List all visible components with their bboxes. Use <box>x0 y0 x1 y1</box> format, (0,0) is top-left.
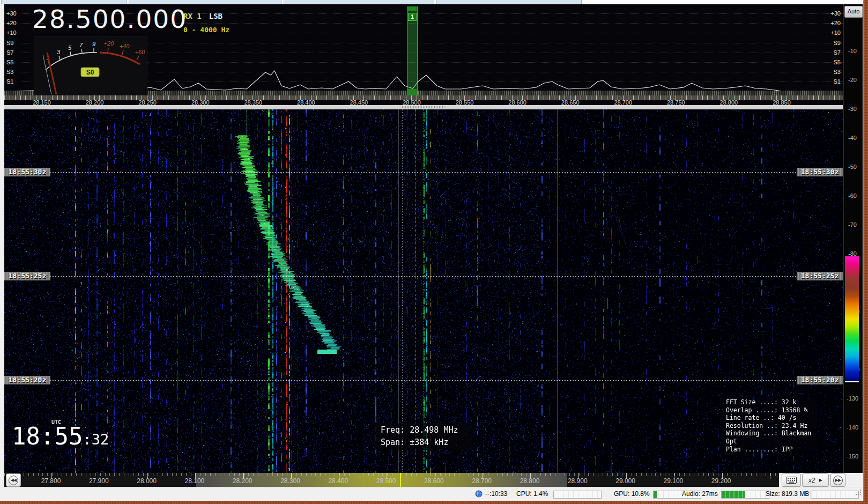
ruler-freq-label: 28.400 <box>320 477 357 485</box>
db-scale-label: -50 <box>843 164 862 170</box>
s-meter-scale-60: +60 <box>135 49 146 55</box>
double-right-arrow-icon: ▶▶ <box>833 476 843 485</box>
db-scale-label: -70 <box>843 221 862 228</box>
spectrum-freq-label: 28.650 <box>554 99 587 105</box>
spectrum-panel[interactable]: 28.500.000 RX 1LSB 0 - 4000 Hz +30+20+10… <box>4 4 843 105</box>
ruler-freq-label: 28.000 <box>128 477 166 485</box>
ruler-freq-label: 28.800 <box>511 477 548 485</box>
keyboard-icon <box>786 477 797 484</box>
db-scale-label: -150 <box>843 453 862 459</box>
ruler-freq-label: 28.700 <box>463 477 501 485</box>
db-scale-label: -20 <box>843 77 862 83</box>
s-meter-scale-3: 3 <box>57 49 61 55</box>
desktop: 1 .. 5 6 .. 10 11 .. 15 16 .. 20 28.500.… <box>0 0 868 504</box>
spectrum-freq-label: 28.700 <box>607 99 639 105</box>
timestamp-badge-right: 18:55:30z <box>797 168 843 176</box>
ruler-freq-label: 28.300 <box>272 477 309 485</box>
band-button-16-20[interactable]: 16 .. 20 <box>436 0 582 4</box>
waterfall-colorbar[interactable] <box>845 256 859 382</box>
cpu-usage-bar <box>553 491 602 499</box>
spectrum-freq-label: 28.200 <box>79 99 111 105</box>
waterfall-frequency-ruler[interactable]: 27.80027.90028.00028.10028.20028.30028.4… <box>4 473 862 487</box>
s-meter: 1 3 5 7 9 +20 +40 +60 S0 <box>34 36 147 95</box>
fft-info-line: Overlap .....: 13568 % <box>726 406 817 414</box>
fft-info-line: FFT Size ....: 32 k <box>726 398 817 406</box>
zoom-level-label: x2 <box>808 477 815 484</box>
band-button-label: 1 .. 5 <box>58 0 70 1</box>
keyboard-entry-button[interactable] <box>782 473 801 487</box>
s-meter-scale-7: 7 <box>79 42 83 48</box>
spectrum-freq-label: 28.750 <box>660 99 692 105</box>
ruler-freq-label: 28.200 <box>224 477 261 485</box>
tuning-marker-cap <box>407 89 417 95</box>
gpu-usage: GPU: 10.8% <box>614 490 650 498</box>
band-button-1-5[interactable]: 1 .. 5 <box>1 0 127 4</box>
ruler-freq-label: 28.600 <box>415 477 452 485</box>
scroll-right-button[interactable]: ▶▶ <box>830 473 845 487</box>
db-scale-label: -30 <box>843 106 862 112</box>
fft-info-line: Resolution ..: 23.4 Hz <box>726 422 817 430</box>
double-left-arrow-icon: ◀◀ <box>9 476 18 485</box>
timestamp-badge-left: 18:55:25z <box>4 272 50 280</box>
s-meter-scale-20: +20 <box>104 40 115 47</box>
waterfall-scroll-thumb[interactable] <box>402 106 445 108</box>
cursor-freq: Freq: 28.498 MHz <box>381 424 472 436</box>
ruler-freq-label: 28.900 <box>559 477 596 485</box>
record-time: --:10:33 <box>485 490 507 498</box>
zoom-menu-arrow-icon: ▶ <box>819 478 822 483</box>
db-scale-label: -10 <box>843 48 862 54</box>
band-buttons-strip: 1 .. 5 6 .. 10 11 .. 15 16 .. 20 <box>0 0 863 4</box>
globe-icon <box>475 490 483 498</box>
s-meter-value: S0 <box>86 69 94 76</box>
band-button-label: 16 .. 20 <box>500 0 517 1</box>
spectrum-freq-label: 28.800 <box>713 99 745 105</box>
clock-seconds: :32 <box>83 431 109 448</box>
fft-info-line: Line rate ..: 40 /s <box>726 414 817 422</box>
utc-clock: UTC 18:55:32 <box>12 419 109 449</box>
resize-grip[interactable] <box>855 489 862 495</box>
db-scale-panel <box>843 4 863 473</box>
timestamp-badge-right: 18:55:20z <box>797 376 843 384</box>
audio-latency: Audio: 27ms <box>682 490 718 498</box>
spectrum-freq-label: 28.450 <box>343 99 375 105</box>
scroll-left-button[interactable]: ◀◀ <box>6 473 21 487</box>
fft-info-line: Windowing ...: Blackman Opt <box>726 429 817 445</box>
buffer-size-bar <box>811 491 859 499</box>
spectrum-freq-label: 28.850 <box>766 99 798 105</box>
tuning-marker-cap <box>407 6 417 11</box>
audio-latency-bar <box>721 491 769 499</box>
utc-label: UTC <box>51 419 61 425</box>
waterfall-colorbar-end <box>845 381 859 382</box>
cursor-info-box: Freq: 28.498 MHz Span: ±384 kHz <box>374 423 472 450</box>
sdr-console-window: 1 .. 5 6 .. 10 11 .. 15 16 .. 20 28.500.… <box>0 0 863 500</box>
timestamp-badge-right: 18:55:25z <box>797 272 843 280</box>
cpu-usage: CPU: 1.4% <box>516 490 548 498</box>
ruler-freq-label: 29.000 <box>607 477 644 485</box>
band-button-6-10[interactable]: 6 .. 10 <box>129 0 281 4</box>
timestamp-badge-left: 18:55:30z <box>4 168 50 176</box>
ruler-freq-label: 27.800 <box>32 477 70 485</box>
timestamp-badge-left: 18:55:20z <box>4 376 50 384</box>
db-scale-label: -130 <box>843 395 862 402</box>
spectrum-freq-label: 28.600 <box>501 99 533 105</box>
zoom-x2-button[interactable]: x2 ▶ <box>802 473 829 487</box>
db-scale-label: -40 <box>843 135 862 141</box>
auto-range-button[interactable]: Auto <box>844 6 863 18</box>
tuning-marker-number[interactable]: 1 <box>408 13 417 21</box>
s-meter-scale-40: +40 <box>120 43 130 49</box>
ruler-freq-label: 29.100 <box>655 477 692 485</box>
status-bar: --:10:33 CPU: 1.4% GPU: 10.8% Audio: 27m… <box>0 487 863 501</box>
db-scale-label: -140 <box>843 424 862 431</box>
spectrum-freq-label: 28.250 <box>131 99 164 105</box>
ruler-freq-label: 27.900 <box>80 477 117 485</box>
cursor-span: Span: ±384 kHz <box>381 436 472 449</box>
waterfall-display[interactable] <box>4 109 843 473</box>
ruler-freq-label: 29.200 <box>702 477 740 485</box>
band-button-11-15[interactable]: 11 .. 15 <box>284 0 434 4</box>
spectrum-freq-label: 28.150 <box>26 99 58 105</box>
band-button-label: 11 .. 15 <box>350 0 368 1</box>
spectrum-freq-label: 28.400 <box>290 99 322 105</box>
spectrum-freq-label: 28.300 <box>184 99 217 105</box>
band-button-label: 6 .. 10 <box>198 0 213 1</box>
spectrum-freq-label: 28.550 <box>449 99 481 105</box>
